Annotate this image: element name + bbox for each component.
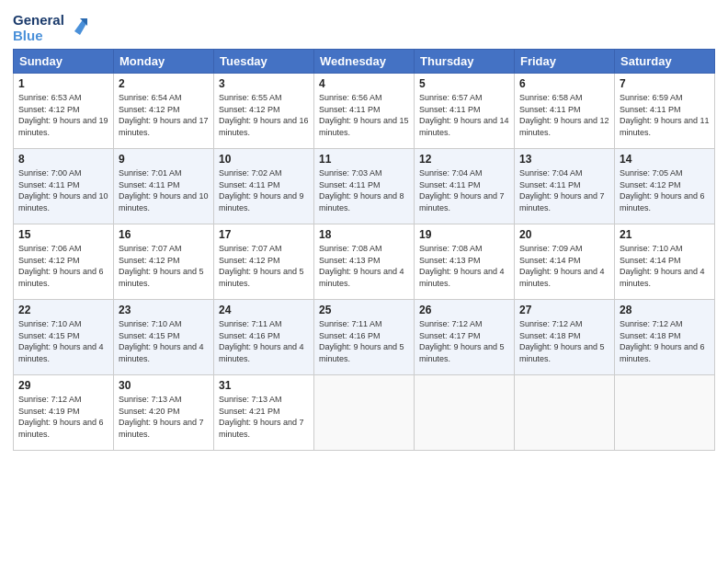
day-info: Sunrise: 7:11 AMSunset: 4:16 PMDaylight:… <box>219 318 309 364</box>
day-number: 11 <box>319 153 409 166</box>
day-info: Sunrise: 7:02 AMSunset: 4:11 PMDaylight:… <box>219 167 309 213</box>
day-number: 12 <box>419 153 509 166</box>
day-number: 18 <box>319 228 409 241</box>
day-number: 22 <box>18 304 108 316</box>
day-number: 2 <box>119 77 209 90</box>
day-info: Sunrise: 6:56 AMSunset: 4:11 PMDaylight:… <box>319 92 409 138</box>
day-info: Sunrise: 7:08 AMSunset: 4:13 PMDaylight:… <box>419 243 509 289</box>
day-number: 20 <box>519 228 609 241</box>
day-info: Sunrise: 7:07 AMSunset: 4:12 PMDaylight:… <box>219 243 309 289</box>
day-number: 8 <box>18 153 108 166</box>
calendar-cell: 25Sunrise: 7:11 AMSunset: 4:16 PMDayligh… <box>314 300 415 375</box>
day-header-tuesday: Tuesday <box>214 50 314 74</box>
calendar-cell: 14Sunrise: 7:05 AMSunset: 4:12 PMDayligh… <box>615 149 715 224</box>
calendar-week-3: 15Sunrise: 7:06 AMSunset: 4:12 PMDayligh… <box>14 224 715 300</box>
day-number: 14 <box>620 153 710 166</box>
calendar-cell: 29Sunrise: 7:12 AMSunset: 4:19 PMDayligh… <box>14 375 114 451</box>
calendar-week-4: 22Sunrise: 7:10 AMSunset: 4:15 PMDayligh… <box>14 300 715 375</box>
day-number: 19 <box>419 228 509 241</box>
logo: General Blue <box>13 13 87 43</box>
calendar-week-2: 8Sunrise: 7:00 AMSunset: 4:11 PMDaylight… <box>14 149 715 224</box>
day-number: 23 <box>119 304 209 316</box>
day-header-sunday: Sunday <box>14 50 114 74</box>
day-info: Sunrise: 7:04 AMSunset: 4:11 PMDaylight:… <box>419 167 509 213</box>
day-info: Sunrise: 7:01 AMSunset: 4:11 PMDaylight:… <box>119 167 209 213</box>
day-number: 6 <box>519 77 609 90</box>
day-info: Sunrise: 7:10 AMSunset: 4:14 PMDaylight:… <box>620 243 710 289</box>
day-info: Sunrise: 7:04 AMSunset: 4:11 PMDaylight:… <box>519 167 609 213</box>
calendar-cell: 15Sunrise: 7:06 AMSunset: 4:12 PMDayligh… <box>14 224 114 300</box>
day-number: 17 <box>219 228 309 241</box>
calendar-cell: 10Sunrise: 7:02 AMSunset: 4:11 PMDayligh… <box>214 149 314 224</box>
day-info: Sunrise: 7:07 AMSunset: 4:12 PMDaylight:… <box>119 243 209 289</box>
calendar-cell: 22Sunrise: 7:10 AMSunset: 4:15 PMDayligh… <box>14 300 114 375</box>
day-info: Sunrise: 7:08 AMSunset: 4:13 PMDaylight:… <box>319 243 409 289</box>
day-number: 15 <box>18 228 108 241</box>
day-info: Sunrise: 6:58 AMSunset: 4:11 PMDaylight:… <box>519 92 609 138</box>
day-number: 26 <box>419 304 509 316</box>
day-number: 10 <box>219 153 309 166</box>
calendar-cell: 16Sunrise: 7:07 AMSunset: 4:12 PMDayligh… <box>114 224 214 300</box>
calendar-cell: 7Sunrise: 6:59 AMSunset: 4:11 PMDaylight… <box>615 74 715 149</box>
day-info: Sunrise: 6:54 AMSunset: 4:12 PMDaylight:… <box>119 92 209 138</box>
calendar-cell: 6Sunrise: 6:58 AMSunset: 4:11 PMDaylight… <box>515 74 615 149</box>
day-number: 9 <box>119 153 209 166</box>
day-info: Sunrise: 7:06 AMSunset: 4:12 PMDaylight:… <box>18 243 108 289</box>
day-info: Sunrise: 7:12 AMSunset: 4:17 PMDaylight:… <box>419 318 509 364</box>
calendar-cell: 9Sunrise: 7:01 AMSunset: 4:11 PMDaylight… <box>114 149 214 224</box>
day-info: Sunrise: 6:53 AMSunset: 4:12 PMDaylight:… <box>18 92 108 138</box>
calendar-cell <box>415 375 515 451</box>
calendar-cell <box>615 375 715 451</box>
day-number: 7 <box>620 77 710 90</box>
day-info: Sunrise: 7:12 AMSunset: 4:19 PMDaylight:… <box>18 394 108 440</box>
calendar-cell <box>515 375 615 451</box>
calendar-week-1: 1Sunrise: 6:53 AMSunset: 4:12 PMDaylight… <box>14 74 715 149</box>
calendar-cell: 4Sunrise: 6:56 AMSunset: 4:11 PMDaylight… <box>314 74 415 149</box>
calendar-cell: 28Sunrise: 7:12 AMSunset: 4:18 PMDayligh… <box>615 300 715 375</box>
calendar-cell <box>314 375 415 451</box>
day-number: 3 <box>219 77 309 90</box>
day-info: Sunrise: 7:09 AMSunset: 4:14 PMDaylight:… <box>519 243 609 289</box>
day-header-saturday: Saturday <box>615 50 715 74</box>
calendar-week-5: 29Sunrise: 7:12 AMSunset: 4:19 PMDayligh… <box>14 375 715 451</box>
day-info: Sunrise: 7:12 AMSunset: 4:18 PMDaylight:… <box>519 318 609 364</box>
day-header-thursday: Thursday <box>415 50 515 74</box>
calendar-cell: 1Sunrise: 6:53 AMSunset: 4:12 PMDaylight… <box>14 74 114 149</box>
calendar-cell: 13Sunrise: 7:04 AMSunset: 4:11 PMDayligh… <box>515 149 615 224</box>
page-container: General Blue SundayMondayTuesdayWednesda… <box>0 0 728 460</box>
header: General Blue <box>13 9 715 43</box>
calendar-cell: 26Sunrise: 7:12 AMSunset: 4:17 PMDayligh… <box>415 300 515 375</box>
day-header-wednesday: Wednesday <box>314 50 415 74</box>
calendar-cell: 18Sunrise: 7:08 AMSunset: 4:13 PMDayligh… <box>314 224 415 300</box>
day-number: 24 <box>219 304 309 316</box>
day-info: Sunrise: 7:13 AMSunset: 4:21 PMDaylight:… <box>219 394 309 440</box>
day-number: 31 <box>219 379 309 392</box>
calendar-cell: 31Sunrise: 7:13 AMSunset: 4:21 PMDayligh… <box>214 375 314 451</box>
calendar-cell: 20Sunrise: 7:09 AMSunset: 4:14 PMDayligh… <box>515 224 615 300</box>
calendar-cell: 30Sunrise: 7:13 AMSunset: 4:20 PMDayligh… <box>114 375 214 451</box>
day-info: Sunrise: 7:10 AMSunset: 4:15 PMDaylight:… <box>18 318 108 364</box>
day-info: Sunrise: 7:13 AMSunset: 4:20 PMDaylight:… <box>119 394 209 440</box>
day-info: Sunrise: 6:55 AMSunset: 4:12 PMDaylight:… <box>219 92 309 138</box>
day-info: Sunrise: 7:12 AMSunset: 4:18 PMDaylight:… <box>620 318 710 364</box>
calendar-table: SundayMondayTuesdayWednesdayThursdayFrid… <box>13 49 715 451</box>
day-info: Sunrise: 7:03 AMSunset: 4:11 PMDaylight:… <box>319 167 409 213</box>
day-number: 29 <box>18 379 108 392</box>
day-number: 30 <box>119 379 209 392</box>
day-info: Sunrise: 7:00 AMSunset: 4:11 PMDaylight:… <box>18 167 108 213</box>
calendar-cell: 27Sunrise: 7:12 AMSunset: 4:18 PMDayligh… <box>515 300 615 375</box>
day-header-monday: Monday <box>114 50 214 74</box>
day-number: 27 <box>519 304 609 316</box>
calendar-cell: 8Sunrise: 7:00 AMSunset: 4:11 PMDaylight… <box>14 149 114 224</box>
day-number: 28 <box>620 304 710 316</box>
day-info: Sunrise: 7:05 AMSunset: 4:12 PMDaylight:… <box>620 167 710 213</box>
calendar-cell: 12Sunrise: 7:04 AMSunset: 4:11 PMDayligh… <box>415 149 515 224</box>
day-number: 13 <box>519 153 609 166</box>
calendar-cell: 19Sunrise: 7:08 AMSunset: 4:13 PMDayligh… <box>415 224 515 300</box>
day-number: 21 <box>620 228 710 241</box>
day-number: 1 <box>18 77 108 90</box>
day-header-friday: Friday <box>515 50 615 74</box>
day-info: Sunrise: 6:59 AMSunset: 4:11 PMDaylight:… <box>620 92 710 138</box>
calendar-cell: 21Sunrise: 7:10 AMSunset: 4:14 PMDayligh… <box>615 224 715 300</box>
logo-area: General Blue <box>13 9 87 43</box>
